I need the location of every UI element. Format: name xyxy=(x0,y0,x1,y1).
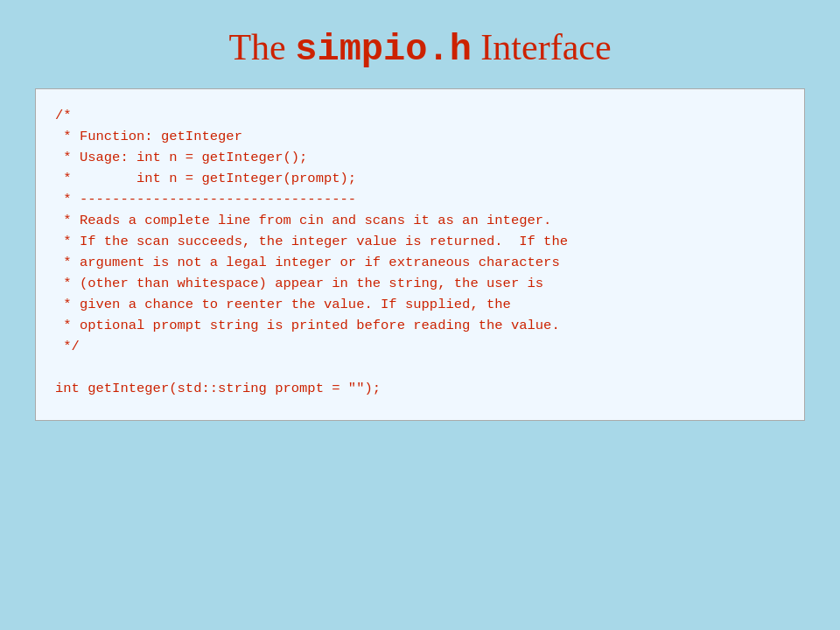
code-box: /* * Function: getInteger * Usage: int n… xyxy=(35,88,805,421)
title-prefix: The xyxy=(228,27,295,67)
code-content: /* * Function: getInteger * Usage: int n… xyxy=(55,105,785,399)
title-suffix: Interface xyxy=(472,27,612,67)
page-title: The simpio.h Interface xyxy=(228,26,611,71)
title-code: simpio.h xyxy=(295,29,472,71)
